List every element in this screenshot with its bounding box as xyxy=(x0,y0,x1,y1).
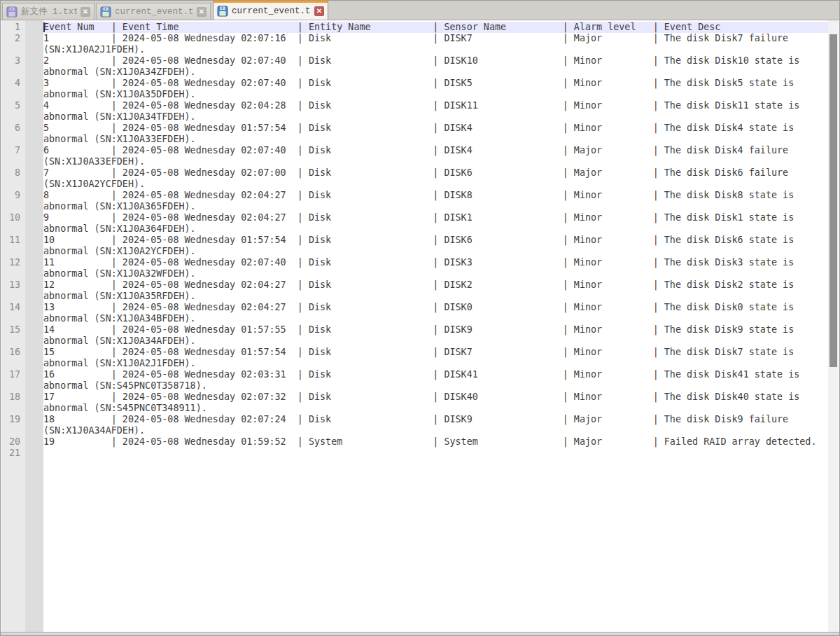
editor-line: 15 14 | 2024-05-08 Wednesday 01:57:55 | … xyxy=(1,324,828,347)
line-text: 10 | 2024-05-08 Wednesday 01:57:54 | Dis… xyxy=(43,235,828,257)
line-text: 12 | 2024-05-08 Wednesday 02:04:27 | Dis… xyxy=(43,279,828,302)
editor-line: 16 15 | 2024-05-08 Wednesday 01:57:54 | … xyxy=(1,347,828,369)
bookmark-cell xyxy=(25,190,43,201)
bookmark-cell xyxy=(25,279,43,291)
editor-line: 5 4 | 2024-05-08 Wednesday 02:04:28 | Di… xyxy=(1,100,828,123)
line-number: 20 xyxy=(1,436,25,448)
tab-label: current_event.txt xyxy=(232,6,311,16)
file-tab[interactable]: current_event.txt ✕ xyxy=(213,1,328,20)
vertical-scrollbar[interactable] xyxy=(828,20,839,632)
line-text: 2 | 2024-05-08 Wednesday 02:07:40 | Disk… xyxy=(43,55,828,78)
line-text: 14 | 2024-05-08 Wednesday 01:57:55 | Dis… xyxy=(43,324,828,347)
line-body: 7 | 2024-05-08 Wednesday 02:07:00 | Disk… xyxy=(43,167,828,190)
line-body: 16 | 2024-05-08 Wednesday 02:03:31 | Dis… xyxy=(43,369,828,392)
line-number: 1 xyxy=(1,22,25,33)
editor-line: 18 17 | 2024-05-08 Wednesday 02:07:32 | … xyxy=(1,392,828,414)
line-text: 3 | 2024-05-08 Wednesday 02:07:40 | Disk… xyxy=(43,78,828,100)
line-text: 9 | 2024-05-08 Wednesday 02:04:27 | Disk… xyxy=(43,212,828,235)
scrollbar-thumb[interactable] xyxy=(830,34,837,367)
tab-label: 新文件 1.txt xyxy=(21,6,77,18)
text-caret xyxy=(43,22,45,32)
editor-line: 20 19 | 2024-05-08 Wednesday 01:59:52 | … xyxy=(1,436,828,448)
line-body: Event Num | Event Time | Entity Name | S… xyxy=(43,22,828,33)
line-number: 7 xyxy=(1,145,25,156)
bookmark-cell xyxy=(25,235,43,246)
bookmark-cell xyxy=(25,369,43,380)
line-number: 19 xyxy=(1,414,25,425)
editor-line: 3 2 | 2024-05-08 Wednesday 02:07:40 | Di… xyxy=(1,55,828,78)
line-body: 3 | 2024-05-08 Wednesday 02:07:40 | Disk… xyxy=(43,78,828,100)
line-text: 18 | 2024-05-08 Wednesday 02:07:24 | Dis… xyxy=(43,414,828,436)
line-number: 11 xyxy=(1,235,25,246)
line-body: 10 | 2024-05-08 Wednesday 01:57:54 | Dis… xyxy=(43,235,828,257)
editor-line: 1 Event Num | Event Time | Entity Name |… xyxy=(1,22,828,33)
line-number: 18 xyxy=(1,392,25,403)
bookmark-cell xyxy=(25,324,43,336)
line-body: 12 | 2024-05-08 Wednesday 02:04:27 | Dis… xyxy=(43,279,828,302)
floppy-save-icon xyxy=(217,6,228,17)
bookmark-cell xyxy=(25,302,43,313)
line-number: 17 xyxy=(1,369,25,380)
line-number: 6 xyxy=(1,123,25,134)
editor-line: 19 18 | 2024-05-08 Wednesday 02:07:24 | … xyxy=(1,414,828,436)
bookmark-cell xyxy=(25,167,43,179)
line-text: 6 | 2024-05-08 Wednesday 02:07:40 | Disk… xyxy=(43,145,828,167)
line-body: 1 | 2024-05-08 Wednesday 02:07:16 | Disk… xyxy=(43,33,828,55)
line-number: 21 xyxy=(1,448,25,459)
line-number: 5 xyxy=(1,100,25,111)
line-number: 12 xyxy=(1,257,25,268)
editor-window: 新文件 1.txt ✕ current_event.txt ✕ current_… xyxy=(0,0,840,636)
line-body: 15 | 2024-05-08 Wednesday 01:57:54 | Dis… xyxy=(43,347,828,369)
line-body: 18 | 2024-05-08 Wednesday 02:07:24 | Dis… xyxy=(43,414,828,436)
line-body: 5 | 2024-05-08 Wednesday 01:57:54 | Disk… xyxy=(43,123,828,145)
editor-area[interactable]: 1 Event Num | Event Time | Entity Name |… xyxy=(1,20,828,632)
bookmark-cell xyxy=(25,33,43,44)
line-number: 9 xyxy=(1,190,25,201)
bookmark-cell xyxy=(25,392,43,403)
editor-line: 8 7 | 2024-05-08 Wednesday 02:07:00 | Di… xyxy=(1,167,828,190)
line-text: 7 | 2024-05-08 Wednesday 02:07:00 | Disk… xyxy=(43,167,828,190)
file-tab[interactable]: current_event.txt ✕ xyxy=(96,3,211,20)
editor-line: 7 6 | 2024-05-08 Wednesday 02:07:40 | Di… xyxy=(1,145,828,167)
line-number: 14 xyxy=(1,302,25,313)
line-text xyxy=(43,448,828,459)
editor-lines: 1 Event Num | Event Time | Entity Name |… xyxy=(1,22,828,459)
line-text: Event Num | Event Time | Entity Name | S… xyxy=(43,22,828,33)
window-bottom-edge xyxy=(1,632,839,635)
tab-label: current_event.txt xyxy=(115,7,193,17)
line-text: 1 | 2024-05-08 Wednesday 02:07:16 | Disk… xyxy=(43,33,828,55)
close-icon[interactable]: ✕ xyxy=(80,7,90,17)
line-body: 17 | 2024-05-08 Wednesday 02:07:32 | Dis… xyxy=(43,392,828,414)
line-text: 4 | 2024-05-08 Wednesday 02:04:28 | Disk… xyxy=(43,100,828,123)
line-body: 11 | 2024-05-08 Wednesday 02:07:40 | Dis… xyxy=(43,257,828,279)
line-body: 2 | 2024-05-08 Wednesday 02:07:40 | Disk… xyxy=(43,55,828,78)
line-text: 16 | 2024-05-08 Wednesday 02:03:31 | Dis… xyxy=(43,369,828,392)
line-body: 4 | 2024-05-08 Wednesday 02:04:28 | Disk… xyxy=(43,100,828,123)
line-body: 14 | 2024-05-08 Wednesday 01:57:55 | Dis… xyxy=(43,324,828,347)
bookmark-cell xyxy=(25,436,43,448)
editor-line: 21 xyxy=(1,448,828,459)
editor-line: 9 8 | 2024-05-08 Wednesday 02:04:27 | Di… xyxy=(1,190,828,212)
editor-line: 4 3 | 2024-05-08 Wednesday 02:07:40 | Di… xyxy=(1,78,828,100)
line-number: 16 xyxy=(1,347,25,358)
editor-line: 17 16 | 2024-05-08 Wednesday 02:03:31 | … xyxy=(1,369,828,392)
line-body: 13 | 2024-05-08 Wednesday 02:04:27 | Dis… xyxy=(43,302,828,324)
line-number: 8 xyxy=(1,167,25,179)
line-text: 8 | 2024-05-08 Wednesday 02:04:27 | Disk… xyxy=(43,190,828,212)
file-tab[interactable]: 新文件 1.txt ✕ xyxy=(2,3,94,20)
close-icon[interactable]: ✕ xyxy=(197,7,206,17)
line-text: 5 | 2024-05-08 Wednesday 01:57:54 | Disk… xyxy=(43,123,828,145)
line-text: 15 | 2024-05-08 Wednesday 01:57:54 | Dis… xyxy=(43,347,828,369)
close-icon[interactable]: ✕ xyxy=(314,6,324,16)
line-number: 10 xyxy=(1,212,25,223)
line-number: 3 xyxy=(1,55,25,67)
line-body xyxy=(43,448,828,459)
editor-line: 14 13 | 2024-05-08 Wednesday 02:04:27 | … xyxy=(1,302,828,324)
line-number: 4 xyxy=(1,78,25,89)
tab-bar: 新文件 1.txt ✕ current_event.txt ✕ current_… xyxy=(1,1,839,20)
bookmark-cell xyxy=(25,212,43,223)
line-number: 2 xyxy=(1,33,25,44)
editor-line: 12 11 | 2024-05-08 Wednesday 02:07:40 | … xyxy=(1,257,828,279)
line-number: 13 xyxy=(1,279,25,291)
bookmark-cell xyxy=(25,55,43,67)
